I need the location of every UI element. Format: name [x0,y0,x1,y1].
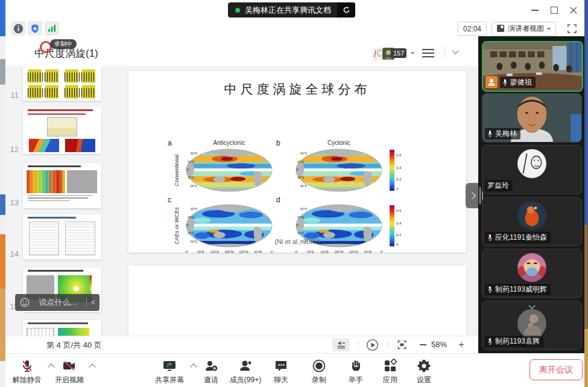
quick-chat-bar[interactable]: 说点什么... < [15,294,100,311]
chat-input-placeholder[interactable]: 说点什么... [30,297,86,308]
lon-tick: 60°W [364,250,371,254]
hovmoller-mini [27,170,65,193]
view-mode-selector[interactable]: 演讲者视图 [492,22,556,36]
slide-thumbnail-13[interactable] [23,163,101,208]
meeting-info-button[interactable] [11,21,25,36]
collaborator-count: 157 [393,50,404,57]
chevron-right-icon [469,192,475,199]
refresh-share-button[interactable] [337,2,355,18]
fit-width-button[interactable] [332,338,350,351]
shield-icon [30,24,40,34]
scroll-more-icon[interactable] [528,302,535,309]
expand-panel-tab[interactable] [466,183,478,208]
collaborators-caret-icon[interactable] [411,52,414,54]
mic-muted-icon [20,359,34,373]
security-button[interactable] [28,21,42,36]
avatar-photo [517,200,547,231]
collapse-header-icon[interactable] [452,47,458,54]
unmute-label: 解除静音 [13,375,42,385]
meeting-toolbar: 02:04 演讲者视图 [5,19,584,36]
panel-letter: a [168,139,172,147]
table-mini [29,222,59,255]
network-status-button[interactable] [45,21,59,36]
lon-tick: 60°W [254,250,262,254]
slide-title: 中尺度涡旋全球分布 [128,81,466,98]
avatar-cartoon [517,252,547,283]
participant-tile[interactable]: 应化1191秦怡森 [482,197,582,246]
participant-name-badge: 吴梅林 [485,128,520,139]
participant-tile[interactable]: 制药1193袁腾 [482,301,582,350]
info-icon [13,24,24,34]
start-video-button[interactable]: 开启视频 [45,357,93,385]
apps-grid-icon [383,359,397,373]
fit-screen-button[interactable] [394,338,409,351]
lat-tick: 30°N [188,216,194,219]
settings-button[interactable]: 设置 [400,357,448,385]
slide-thumbnail-14[interactable] [23,214,101,260]
dropdown-caret-icon [547,28,551,30]
doc-header: 中尺度涡旋(1) 录制中 157 [5,36,478,67]
desktop-fragment [0,194,5,215]
bar-chart-mini [63,69,97,83]
map-mini [29,139,59,152]
lat-tick: 60°N [300,208,307,211]
unmute-button[interactable]: 解除静音 [3,357,51,385]
shared-document-area: 中尺度涡旋(1) 录制中 157 1 [5,36,478,353]
participant-name: 应化1191秦怡森 [495,232,547,243]
present-button[interactable] [365,338,379,351]
lon-tick: 60°E [198,250,204,254]
lat-tick: 60°S [300,185,307,188]
lat-tick: 60°N [191,208,197,211]
screen-share-banner[interactable]: 吴梅林正在共享腾讯文档 [228,2,355,18]
record-label: 录制 [312,375,326,385]
avatar-photo [517,309,547,339]
apps-label: 应用 [383,375,397,385]
lon-tick: 0° [186,250,189,254]
slide-thumbnail-16[interactable] [23,320,101,336]
lon-tick: 60°E [308,250,314,254]
participant-tile[interactable]: 罗益玲 [482,145,582,194]
sketch-mini [27,328,54,337]
bar-chart-mini [63,85,97,98]
zoom-in-button[interactable]: + [455,338,467,351]
panel-title: Cyclonic [293,139,385,146]
collaborator-count-badge[interactable]: 157 [391,48,406,58]
lon-tick: 0° [296,250,299,254]
colorbar [390,150,394,191]
desktop-strip-right [584,0,588,387]
participant-tile[interactable]: 廖健祖 [482,41,583,92]
plus-icon: + [458,339,464,351]
minimize-button[interactable] [528,5,542,16]
raise-hand-icon [349,359,363,373]
participant-tile[interactable]: 吴梅林 [482,93,582,142]
host-badge [485,76,498,88]
lon-tick: 120°W [239,250,248,254]
leave-meeting-button[interactable]: 离开会议 [530,359,583,380]
start-video-label: 开启视频 [55,375,84,385]
collapse-chat-icon[interactable]: < [87,298,100,307]
share-screen-button[interactable]: 共享屏幕 [145,357,194,385]
slide-thumbnail-12[interactable] [23,107,101,154]
fullscreen-button[interactable] [564,21,579,36]
participant-name: 吴梅林 [495,129,517,139]
zoom-out-button[interactable] [417,338,429,351]
raise-hand-label: 举手 [349,375,363,385]
lat-tick: 0° [186,168,189,171]
slide-thumbnail-11[interactable] [23,66,101,101]
participant-tile[interactable]: 制药1193威明辉 [482,249,582,298]
slide-citation: (Ni et al., 2021) [128,238,466,245]
doc-menu-button[interactable] [422,53,434,54]
lat-tick: 0° [296,168,299,171]
emoji-button[interactable] [20,298,30,307]
panel-drag-handle[interactable] [479,187,481,204]
maximize-button[interactable] [548,5,561,16]
lat-tick: 30°S [297,176,304,179]
lat-tick: 0° [296,224,299,227]
fit-screen-icon [397,340,407,350]
participant-name: 制药1193袁腾 [495,336,540,347]
close-button[interactable] [567,5,580,16]
share-screen-icon [162,359,177,373]
share-screen-label: 共享屏幕 [155,375,184,385]
lat-tick: 30°N [297,216,304,219]
lat-tick: 0° [186,224,189,227]
